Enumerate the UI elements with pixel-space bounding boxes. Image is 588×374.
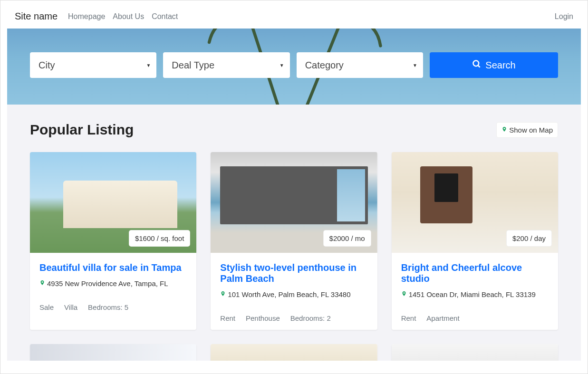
nav-link-contact[interactable]: Contact (152, 12, 178, 21)
listing-meta-type: Penthouse (246, 314, 280, 322)
category-select[interactable]: Category ▼ (297, 52, 423, 78)
listing-address: 101 Worth Ave, Palm Beach, FL 33480 (228, 290, 350, 298)
show-on-map-button[interactable]: Show on Map (496, 122, 558, 138)
listing-card[interactable]: $1600 / sq. foot Beautiful villa for sal… (30, 152, 196, 330)
map-pin-icon (220, 290, 226, 299)
hero-banner: City ▼ Deal Type ▼ Category ▼ Search (7, 29, 581, 105)
listing-meta-deal: Sale (39, 303, 54, 311)
listing-image: $1600 / sq. foot (30, 152, 196, 253)
listing-meta-type: Apartment (426, 314, 459, 322)
search-bar: City ▼ Deal Type ▼ Category ▼ Search (7, 52, 581, 78)
listing-address: 4935 New Providence Ave, Tampa, FL (47, 279, 168, 288)
listing-title[interactable]: Stylish two-level penthouse in Palm Beac… (220, 262, 367, 284)
search-icon (472, 59, 482, 71)
chevron-down-icon: ▼ (413, 63, 417, 68)
listing-meta-bedrooms: Bedrooms: 2 (290, 314, 331, 322)
listing-card[interactable]: $200 / day Bright and Cheerful alcove st… (392, 152, 558, 330)
price-badge: $200 / day (507, 230, 551, 246)
price-badge: $1600 / sq. foot (129, 230, 190, 246)
show-on-map-label: Show on Map (509, 126, 553, 134)
chevron-down-icon: ▼ (146, 63, 151, 68)
listing-address: 1451 Ocean Dr, Miami Beach, FL 33139 (409, 290, 536, 298)
listing-image: $200 / day (392, 152, 558, 253)
category-label: Category (305, 60, 344, 71)
listing-image (392, 344, 558, 361)
listing-meta-type: Villa (64, 303, 77, 311)
map-pin-icon (501, 125, 507, 134)
section-title: Popular Listing (30, 122, 134, 138)
listing-card[interactable] (211, 344, 377, 361)
listing-image: $2000 / mo (211, 152, 377, 253)
listing-title[interactable]: Beautiful villa for sale in Tampa (39, 262, 187, 273)
listing-meta-deal: Rent (401, 314, 416, 322)
search-button-label: Search (485, 60, 515, 71)
svg-line-1 (478, 65, 480, 67)
listing-card[interactable] (392, 344, 558, 361)
content-area: Popular Listing Show on Map $1600 / sq. … (7, 105, 581, 361)
search-button[interactable]: Search (430, 52, 558, 78)
city-select-label: City (39, 60, 55, 71)
city-select[interactable]: City ▼ (30, 52, 156, 78)
navbar: Site name Homepage About Us Contact Logi… (7, 7, 581, 29)
site-brand[interactable]: Site name (15, 11, 58, 22)
listing-meta-deal: Rent (220, 314, 235, 322)
listing-card[interactable] (30, 344, 196, 361)
listing-meta-bedrooms: Bedrooms: 5 (88, 303, 128, 311)
listing-title[interactable]: Bright and Cheerful alcove studio (401, 262, 549, 284)
map-pin-icon (401, 290, 407, 299)
nav-link-about[interactable]: About Us (113, 12, 144, 21)
deal-type-label: Deal Type (172, 60, 214, 71)
nav-link-login[interactable]: Login (555, 12, 573, 20)
nav-link-homepage[interactable]: Homepage (68, 12, 105, 21)
deal-type-select[interactable]: Deal Type ▼ (163, 52, 289, 78)
listing-image (30, 344, 196, 361)
price-badge: $2000 / mo (324, 230, 371, 246)
map-pin-icon (39, 279, 45, 288)
listing-card[interactable]: $2000 / mo Stylish two-level penthouse i… (211, 152, 377, 330)
chevron-down-icon: ▼ (280, 63, 284, 68)
svg-point-0 (473, 60, 479, 66)
listing-image (211, 344, 377, 361)
